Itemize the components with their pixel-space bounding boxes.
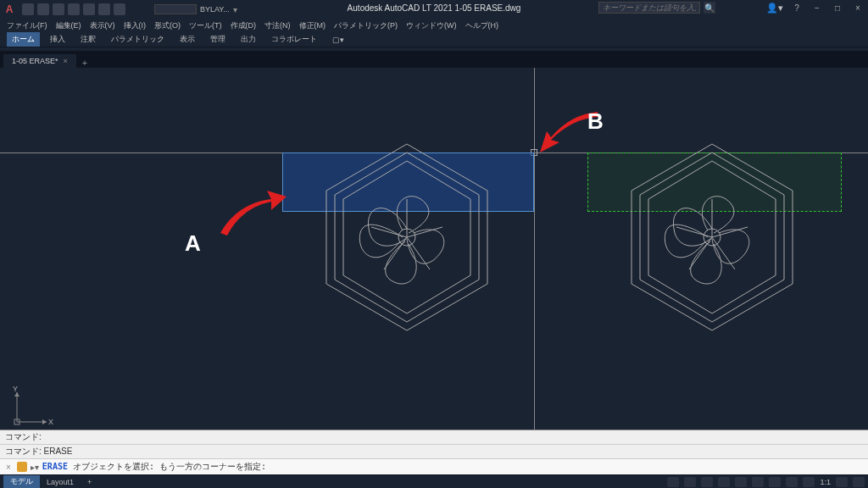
qat-undo-icon[interactable] — [98, 3, 110, 15]
app-logo: A — [3, 3, 15, 15]
svg-text:X: X — [48, 418, 53, 426]
status-transparency-icon[interactable] — [803, 477, 815, 487]
layer-color-control[interactable]: BYLAY... ▾ — [154, 4, 237, 14]
annotation-arrow-a — [212, 186, 288, 246]
ribbon-tabs: ホーム 挿入 注釈 パラメトリック 表示 管理 出力 コラボレート ▢▾ — [0, 32, 868, 47]
menu-tools[interactable]: ツール(T) — [186, 20, 225, 31]
doc-tab-label: 1-05 ERASE* — [12, 57, 58, 65]
window-title: Autodesk AutoCAD LT 2021 1-05 ERASE.dwg — [348, 3, 521, 13]
command-line-area: コマンド: コマンド: ERASE × ▸▾ ERASE オブジェクトを選択: … — [0, 430, 868, 474]
status-model-icon[interactable] — [667, 477, 679, 487]
annotation-label-a: A — [185, 230, 201, 257]
close-button[interactable]: × — [851, 2, 865, 14]
command-input-row[interactable]: × ▸▾ ERASE オブジェクトを選択: もう一方のコーナーを指定: — [0, 459, 868, 474]
svg-line-5 — [407, 227, 442, 237]
svg-line-15 — [712, 237, 735, 269]
command-history-2: コマンド: ERASE — [0, 445, 868, 459]
qat-plot-icon[interactable] — [83, 3, 95, 15]
command-name: ERASE — [42, 462, 68, 471]
command-prompt-text: オブジェクトを選択: もう一方のコーナーを指定: — [68, 462, 266, 471]
qat-redo-icon[interactable] — [114, 3, 125, 15]
menu-modify[interactable]: 修正(M) — [296, 20, 330, 31]
menu-help[interactable]: ヘルプ(H) — [462, 20, 503, 31]
status-gear-icon[interactable] — [836, 477, 848, 487]
model-tab[interactable]: モデル — [3, 475, 40, 488]
signin-icon[interactable]: 👤▾ — [766, 3, 783, 14]
qat-new-icon[interactable] — [22, 3, 34, 15]
search-input[interactable] — [598, 2, 700, 14]
color-swatch — [154, 4, 197, 14]
qat-save-icon[interactable] — [53, 3, 64, 15]
doc-tab-close-icon[interactable]: × — [64, 57, 68, 65]
tab-annotate[interactable]: 注釈 — [75, 32, 101, 47]
status-customize-icon[interactable] — [853, 477, 865, 487]
command-chevron-icon: ▸▾ — [31, 463, 39, 472]
tab-parametric[interactable]: パラメトリック — [106, 32, 170, 47]
qat-open-icon[interactable] — [37, 3, 49, 15]
menu-draw[interactable]: 作成(D) — [227, 20, 260, 31]
dropdown-icon: ▾ — [233, 5, 237, 14]
tab-output[interactable]: 出力 — [236, 32, 261, 47]
status-right-cluster: 1:1 — [667, 477, 865, 487]
drawing-canvas[interactable]: A B X Y — [0, 68, 868, 441]
ribbon-box-icon[interactable]: ▢▾ — [327, 34, 349, 46]
svg-text:Y: Y — [13, 385, 18, 393]
command-close-icon[interactable]: × — [3, 463, 14, 472]
menu-view[interactable]: 表示(V) — [86, 20, 119, 31]
tab-collaborate[interactable]: コラボレート — [266, 32, 322, 47]
svg-line-14 — [712, 227, 748, 237]
status-polar-icon[interactable] — [735, 477, 747, 487]
drawing-object-left — [305, 136, 509, 374]
tab-home[interactable]: ホーム — [7, 32, 40, 47]
crosshair-vertical — [534, 68, 535, 441]
menu-bar: ファイル(F) 編集(E) 表示(V) 挿入(I) 形式(O) ツール(T) 作… — [0, 19, 868, 32]
tab-manage[interactable]: 管理 — [205, 32, 231, 47]
ucs-icon: X Y — [8, 388, 51, 432]
menu-insert[interactable]: 挿入(I) — [120, 20, 150, 31]
quick-access-toolbar — [22, 3, 125, 15]
document-tabs: 1-05 ERASE* × + — [0, 51, 868, 68]
status-lwt-icon[interactable] — [786, 477, 798, 487]
command-run-icon[interactable] — [17, 462, 27, 472]
svg-marker-20 — [42, 419, 47, 424]
command-history-1: コマンド: — [0, 430, 868, 445]
status-grid-icon[interactable] — [684, 477, 696, 487]
menu-file[interactable]: ファイル(F) — [3, 20, 51, 31]
help-icon[interactable]: ? — [790, 2, 804, 14]
minimize-button[interactable]: − — [810, 2, 824, 14]
tab-view[interactable]: 表示 — [175, 32, 200, 47]
status-ortho-icon[interactable] — [718, 477, 730, 487]
menu-edit[interactable]: 編集(E) — [53, 20, 85, 31]
doc-tab-erase[interactable]: 1-05 ERASE* × — [3, 54, 76, 68]
status-osnap-icon[interactable] — [752, 477, 764, 487]
search-icon[interactable]: 🔍 — [704, 2, 715, 14]
search-box: 🔍 — [598, 2, 715, 14]
svg-line-6 — [407, 237, 430, 269]
tab-insert[interactable]: 挿入 — [45, 32, 70, 47]
maximize-button[interactable]: □ — [831, 2, 844, 14]
doc-tab-add-button[interactable]: + — [78, 58, 92, 68]
menu-format[interactable]: 形式(O) — [151, 20, 184, 31]
status-bar: モデル Layout1 + 1:1 — [0, 474, 868, 488]
status-scale[interactable]: 1:1 — [820, 478, 831, 486]
menu-dimension[interactable]: 寸法(N) — [261, 20, 294, 31]
layout-tab[interactable]: Layout1 — [40, 477, 81, 487]
status-snap-icon[interactable] — [701, 477, 713, 487]
annotation-label-b: B — [587, 108, 604, 135]
title-bar: A BYLAY... ▾ Autodesk AutoCAD LT 2021 1-… — [0, 0, 868, 19]
bylayer-label: BYLAY... — [200, 5, 230, 14]
menu-parametric[interactable]: パラメトリック(P) — [331, 20, 401, 31]
layout-add-button[interactable]: + — [81, 477, 98, 487]
drawing-object-right — [610, 136, 814, 374]
qat-saveas-icon[interactable] — [68, 3, 80, 15]
command-prompt: ERASE オブジェクトを選択: もう一方のコーナーを指定: — [42, 461, 266, 473]
menu-window[interactable]: ウィンドウ(W) — [403, 20, 460, 31]
status-otrack-icon[interactable] — [769, 477, 781, 487]
